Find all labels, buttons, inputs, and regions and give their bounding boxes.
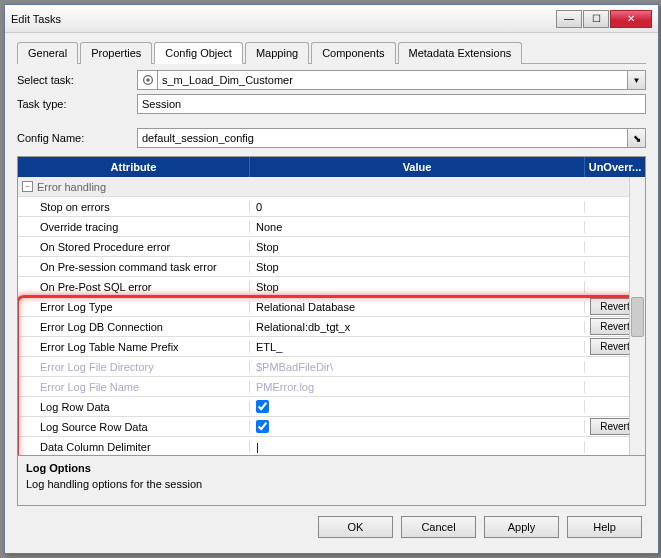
- tab-config-object[interactable]: Config Object: [154, 42, 243, 64]
- chevron-down-icon: ▼: [633, 76, 641, 85]
- cell-value[interactable]: Relational:db_tgt_x: [250, 321, 585, 333]
- cell-attr: On Pre-Post SQL error: [18, 281, 250, 293]
- select-task-label: Select task:: [17, 74, 137, 86]
- grid-row[interactable]: Override tracingNone: [18, 217, 645, 237]
- cell-value[interactable]: ETL_: [250, 341, 585, 353]
- select-task-input[interactable]: [157, 70, 628, 90]
- help-button[interactable]: Help: [567, 516, 642, 538]
- gear-icon: [141, 73, 155, 87]
- value-checkbox[interactable]: [256, 420, 269, 433]
- description-title: Log Options: [26, 462, 637, 474]
- cell-value[interactable]: [250, 420, 585, 433]
- cell-value[interactable]: [250, 400, 585, 413]
- apply-button[interactable]: Apply: [484, 516, 559, 538]
- cell-value[interactable]: Stop: [250, 241, 585, 253]
- cell-attr: Data Column Delimiter: [18, 441, 250, 453]
- svg-point-1: [146, 78, 150, 82]
- cell-value[interactable]: 0: [250, 201, 585, 213]
- cell-attr: Override tracing: [18, 221, 250, 233]
- arrow-icon: ⬊: [633, 133, 641, 144]
- ok-button[interactable]: OK: [318, 516, 393, 538]
- grid-row[interactable]: Log Row Data: [18, 397, 645, 417]
- edit-tasks-window: Edit Tasks — ☐ ✕ GeneralPropertiesConfig…: [4, 4, 659, 554]
- value-checkbox[interactable]: [256, 400, 269, 413]
- cell-attr: Error Log File Name: [18, 381, 250, 393]
- cancel-button[interactable]: Cancel: [401, 516, 476, 538]
- group-label: Error handling: [37, 181, 106, 193]
- grid-row[interactable]: Error Log File NamePMError.log: [18, 377, 645, 397]
- cell-attr: On Stored Procedure error: [18, 241, 250, 253]
- tab-components[interactable]: Components: [311, 42, 395, 64]
- collapse-icon[interactable]: −: [22, 181, 33, 192]
- attribute-grid: Attribute Value UnOverr... − Error handl…: [17, 156, 646, 456]
- cell-value[interactable]: |: [250, 441, 585, 453]
- header-attribute[interactable]: Attribute: [18, 157, 250, 177]
- cell-attr: Error Log File Directory: [18, 361, 250, 373]
- description-text: Log handling options for the session: [26, 478, 637, 490]
- group-error-handling[interactable]: − Error handling: [18, 177, 645, 197]
- cell-attr: Error Log DB Connection: [18, 321, 250, 333]
- cell-attr: Log Row Data: [18, 401, 250, 413]
- task-type-label: Task type:: [17, 98, 137, 110]
- cell-value[interactable]: None: [250, 221, 585, 233]
- grid-row[interactable]: On Pre-Post SQL errorStop: [18, 277, 645, 297]
- tab-mapping[interactable]: Mapping: [245, 42, 309, 64]
- tab-metadata-extensions[interactable]: Metadata Extensions: [398, 42, 523, 64]
- header-unoverride[interactable]: UnOverr...: [585, 157, 645, 177]
- grid-row[interactable]: Stop on errors0: [18, 197, 645, 217]
- grid-row[interactable]: On Pre-session command task errorStop: [18, 257, 645, 277]
- vertical-scrollbar[interactable]: [629, 177, 645, 455]
- select-task-dropdown[interactable]: ▼: [628, 70, 646, 90]
- cell-value[interactable]: Relational Database: [250, 301, 585, 313]
- grid-row[interactable]: Error Log DB ConnectionRelational:db_tgt…: [18, 317, 645, 337]
- scrollbar-thumb[interactable]: [631, 297, 644, 337]
- cell-attr: Log Source Row Data: [18, 421, 250, 433]
- task-type-input[interactable]: [137, 94, 646, 114]
- window-controls: — ☐ ✕: [556, 10, 652, 28]
- dialog-buttons: OK Cancel Apply Help: [17, 516, 646, 538]
- grid-header: Attribute Value UnOverr...: [18, 157, 645, 177]
- dialog-content: GeneralPropertiesConfig ObjectMappingCom…: [5, 33, 658, 546]
- minimize-button[interactable]: —: [556, 10, 582, 28]
- grid-row[interactable]: Log Source Row DataRevert: [18, 417, 645, 437]
- config-name-browse[interactable]: ⬊: [628, 128, 646, 148]
- close-button[interactable]: ✕: [610, 10, 652, 28]
- grid-row[interactable]: Error Log Table Name PrefixETL_Revert: [18, 337, 645, 357]
- cell-attr: Error Log Table Name Prefix: [18, 341, 250, 353]
- grid-row[interactable]: On Stored Procedure errorStop: [18, 237, 645, 257]
- cell-value[interactable]: Stop: [250, 261, 585, 273]
- cell-attr: Error Log Type: [18, 301, 250, 313]
- tab-strip: GeneralPropertiesConfig ObjectMappingCom…: [17, 41, 646, 64]
- grid-row[interactable]: Error Log TypeRelational DatabaseRevert: [18, 297, 645, 317]
- config-name-input[interactable]: [137, 128, 628, 148]
- titlebar[interactable]: Edit Tasks — ☐ ✕: [5, 5, 658, 33]
- description-pane: Log Options Log handling options for the…: [17, 456, 646, 506]
- grid-body: − Error handling Stop on errors0Override…: [18, 177, 645, 455]
- cell-value[interactable]: PMError.log: [250, 381, 585, 393]
- maximize-button[interactable]: ☐: [583, 10, 609, 28]
- header-value[interactable]: Value: [250, 157, 585, 177]
- grid-row[interactable]: Error Log File Directory$PMBadFileDir\: [18, 357, 645, 377]
- cell-attr: Stop on errors: [18, 201, 250, 213]
- cell-attr: On Pre-session command task error: [18, 261, 250, 273]
- window-title: Edit Tasks: [11, 13, 61, 25]
- task-icon: [137, 70, 157, 90]
- grid-row[interactable]: Data Column Delimiter|: [18, 437, 645, 455]
- tab-properties[interactable]: Properties: [80, 42, 152, 64]
- config-name-label: Config Name:: [17, 132, 137, 144]
- cell-value[interactable]: Stop: [250, 281, 585, 293]
- tab-general[interactable]: General: [17, 42, 78, 64]
- cell-value[interactable]: $PMBadFileDir\: [250, 361, 585, 373]
